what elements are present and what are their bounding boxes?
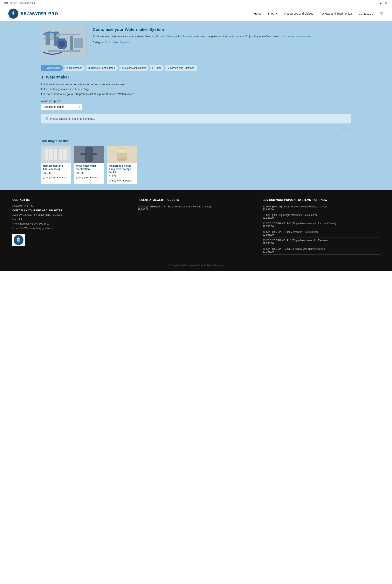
footer-contact-info: SeaWater Pro LLC. DON'T PLAN YOUR TRIP A… — [12, 204, 129, 231]
also-like-title: You may also like... — [41, 139, 351, 143]
chevron-down-icon: ▼ — [275, 12, 278, 15]
product-section: Customize your Watermaker System Build y… — [41, 27, 351, 60]
product-price-2: $19.00 — [109, 175, 135, 178]
buy-button-1[interactable]: 🛒 Buy Now — [76, 176, 88, 179]
product-card-body-2: Membrane pickling-Long term Storage-Tabl… — [107, 163, 137, 184]
svg-rect-23 — [86, 148, 92, 161]
logo[interactable]: SEAWATER PRO — [8, 8, 58, 19]
social-icons: 𝔽 ▶ ✉ — [374, 1, 388, 5]
nav-reviews[interactable]: Reviews and Testimonials — [320, 12, 353, 15]
svg-rect-24 — [80, 154, 87, 155]
svg-point-2 — [12, 13, 13, 14]
footer-popular-title: BUY OUR MOST POPULAR SYSTEMS RIGHT NOW — [263, 198, 380, 202]
options-label: Available options: — [41, 100, 351, 102]
buy-button-2[interactable]: 🛒 Buy Now — [109, 180, 121, 182]
footer-recently-title: RECENTLY VIEWED PRODUCTS — [138, 198, 254, 202]
popular-systems-link[interactable]: popular watermaker systems — [278, 35, 313, 38]
separator-2: ■ — [122, 180, 124, 182]
step-watermaker[interactable]: 1. Watermaker — [41, 65, 63, 71]
section-title: 1. Watermaker — [41, 75, 351, 80]
svg-rect-12 — [48, 50, 80, 52]
product-card-1: Ultra Violet water sterilization $95.00 … — [74, 146, 104, 184]
product-image-placeholder — [42, 28, 86, 60]
svg-rect-25 — [92, 154, 97, 155]
footer-logo-icon — [14, 235, 24, 245]
product-description: Build your own custom watermaker system.… — [93, 34, 351, 39]
product-info: Customize your Watermaker System Build y… — [93, 27, 351, 60]
cart-icon-small-1: 🛒 — [76, 176, 79, 179]
facebook-icon[interactable]: 𝔽 — [374, 1, 377, 5]
email-icon[interactable]: ✉ — [384, 1, 388, 5]
step-motor[interactable]: 4. Motor Manufacturer — [119, 65, 149, 71]
product-card-body-0: Replacement pre-filters (5-pack) $39.00 … — [42, 163, 71, 180]
svg-rect-6 — [46, 32, 50, 45]
product-card-body-1: Ultra Violet water sterilization $95.00 … — [74, 163, 104, 180]
category-link[interactable]: Customized System — [105, 41, 129, 44]
separator-1: ■ — [90, 176, 91, 179]
buy-button-0[interactable]: 🛒 Buy Now — [43, 176, 56, 179]
product-price-0: $39.00 — [43, 172, 69, 174]
product-category: Category: Customized System — [93, 41, 351, 44]
cart-icon[interactable]: 🛒 — [379, 11, 384, 16]
footer: CONTACT US SeaWater Pro LLC. DON'T PLAN … — [0, 190, 392, 271]
steps-bar: 1. Watermaker 2. Membranes 3. Remote Con… — [41, 65, 351, 71]
nav-shop[interactable]: Shop ▼ — [268, 12, 278, 15]
svg-rect-11 — [74, 38, 82, 48]
details-button-1[interactable]: Details — [92, 176, 99, 179]
product-image-uv — [74, 146, 104, 163]
separator: ■ — [57, 176, 58, 179]
nav-home[interactable]: Home — [254, 12, 262, 15]
product-image — [41, 27, 86, 60]
product-card-0: Replacement pre-filters (5-pack) $39.00 … — [41, 146, 71, 184]
svg-point-13 — [50, 36, 54, 40]
svg-rect-16 — [44, 148, 48, 161]
top-bar: CALL US AT +1-954-800-8800 𝔽 ▶ ✉ — [0, 0, 392, 6]
map-link[interactable]: Map Link — [12, 218, 22, 221]
footer-popular-0: 21 GPH [80 LPH] (Single Membrane with Re… — [263, 204, 380, 212]
next-button[interactable]: Next > — [342, 128, 351, 131]
svg-rect-30 — [118, 148, 126, 154]
product-name-1: Ultra Violet water sterilization — [76, 164, 102, 171]
nav-resources[interactable]: Resources and Videos — [284, 12, 313, 15]
details-button-2[interactable]: Details — [125, 180, 132, 182]
footer-logo — [12, 234, 25, 246]
step-review[interactable]: 6. Review and Purchase — [164, 65, 197, 71]
product-name-0: Replacement pre-filters (5-pack) — [43, 164, 69, 171]
svg-point-14 — [56, 34, 60, 37]
footer-copyright: © Copyright 2019 | Seawater Pro | All Ri… — [12, 261, 380, 266]
cart-icon-small: 🛒 — [43, 176, 46, 179]
details-button-0[interactable]: Details — [59, 176, 66, 179]
watermaker-page-link[interactable]: Choose a Watermaker Page — [155, 35, 189, 38]
warning-box: ⓘ Please choose an option to continue... — [41, 114, 351, 124]
footer-contact-title: CONTACT US — [12, 198, 129, 202]
svg-rect-10 — [70, 36, 73, 52]
svg-point-33 — [18, 239, 18, 240]
product-actions-1: 🛒 Buy Now ■ Details — [76, 176, 102, 179]
nav-contact[interactable]: Contact Us — [359, 12, 373, 15]
step-remote-control[interactable]: 3. Remote Control Panel — [86, 65, 118, 71]
options-select[interactable]: Choose an option — [41, 104, 82, 110]
product-price-1: $95.00 — [76, 172, 102, 174]
step-membranes[interactable]: 2. Membranes — [64, 65, 85, 71]
footer-popular-col: BUY OUR MOST POPULAR SYSTEMS RIGHT NOW 2… — [263, 198, 380, 254]
header: SEAWATER PRO Home Shop ▼ Resources and V… — [0, 6, 392, 21]
step-pump[interactable]: 5. Pump — [149, 65, 164, 71]
filters-image — [42, 146, 71, 163]
youtube-icon[interactable]: ▶ — [379, 1, 382, 5]
cart-icon-small-2: 🛒 — [109, 180, 112, 182]
also-like-section: You may also like... Replacement pre-fil… — [41, 139, 351, 184]
footer-popular-2: 12 VDC,17 GPH [65 LPH] (Single Membrane … — [263, 221, 380, 229]
tablets-image — [107, 146, 137, 163]
footer-popular-3: 40 GPH [160 LPH] (Dual Membrane - No Rem… — [263, 229, 380, 238]
svg-rect-17 — [49, 148, 53, 161]
warning-icon: ⓘ — [45, 116, 48, 121]
product-card-2: Membrane pickling-Long term Storage-Tabl… — [107, 146, 137, 184]
product-name-2: Membrane pickling-Long term Storage-Tabl… — [109, 164, 135, 174]
section-content: 1. Watermaker In this section you choose… — [41, 75, 351, 131]
footer-popular-5: 40 GPH [160 LPH] (Dual Membrane with Rem… — [263, 246, 380, 254]
footer-grid: CONTACT US SeaWater Pro LLC. DON'T PLAN … — [12, 198, 380, 254]
main-nav: Home Shop ▼ Resources and Videos Reviews… — [254, 11, 384, 16]
next-section: Next > — [41, 128, 351, 131]
logo-icon — [8, 8, 18, 19]
footer-popular-4: 12 VDC,17 GPH [65 LPH] (Single Membrane … — [263, 238, 380, 246]
